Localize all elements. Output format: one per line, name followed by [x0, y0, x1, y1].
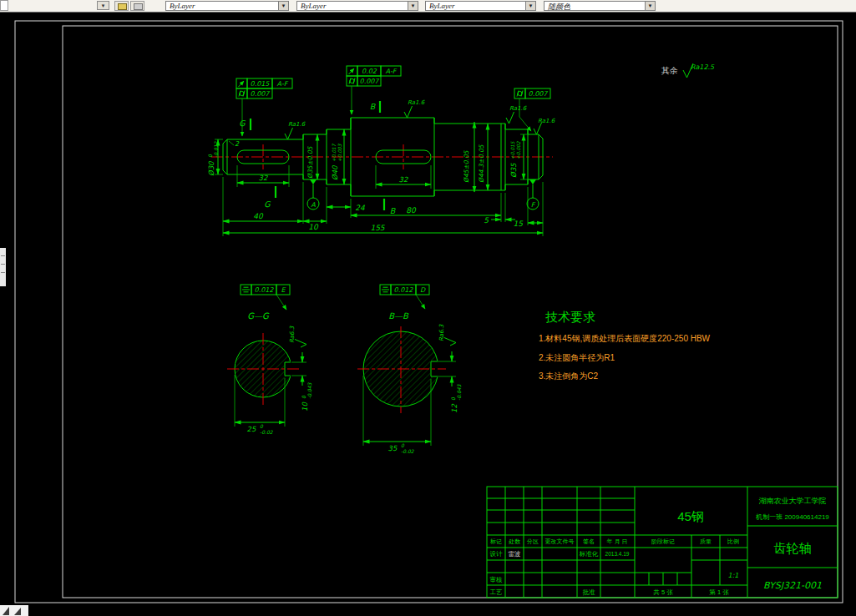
svg-text:+0.015: +0.015: [510, 141, 515, 159]
dim-length-40: 40: [253, 212, 264, 220]
col-mark: 标记: [489, 538, 502, 545]
sheet-total: 共 5 张: [653, 588, 673, 596]
roughness-value: Ra12.5: [691, 63, 715, 71]
part-name: 齿轮轴: [774, 541, 812, 555]
svg-text:-0.043: -0.043: [306, 381, 312, 399]
row-check: 审核: [490, 576, 504, 583]
svg-text:Ø45±0.05: Ø45±0.05: [463, 149, 470, 183]
svg-text:12: 12: [450, 404, 458, 413]
col-sign: 签名: [583, 538, 595, 545]
roughness-mark: Ra1.6: [506, 105, 527, 124]
designer-name: 雷波: [509, 550, 521, 558]
svg-text:+0.002: +0.002: [516, 141, 521, 159]
school-name: 湖南农业大学工学院: [759, 497, 827, 505]
svg-text:A: A: [311, 201, 316, 209]
cylindricity-icon: [239, 91, 245, 97]
row-design: 设计: [490, 550, 504, 558]
section-view-bb: 0.012 D B—B 35 0 -0.02: [357, 285, 462, 454]
dim-length-15: 15: [514, 220, 524, 228]
svg-text:0: 0: [450, 396, 456, 401]
symmetry-icon: [242, 287, 250, 292]
svg-text:-0.043: -0.043: [456, 383, 462, 401]
autocad-window: ▼ ByLayer ▼ ByLayer ▼ ByLayer ▼ 随颜色 ▼: [0, 0, 856, 616]
svg-text:Ø35±0.05: Ø35±0.05: [306, 145, 314, 179]
svg-text:-0.012: -0.012: [213, 140, 219, 158]
svg-text:Ra1.6: Ra1.6: [509, 105, 527, 112]
svg-text:E: E: [281, 286, 286, 294]
svg-text:0.007: 0.007: [251, 90, 271, 98]
dim-length-5: 5: [484, 216, 489, 225]
dim-keyway1-length: 32: [259, 174, 268, 182]
roughness-mark: Ra6.3: [289, 326, 306, 347]
tech-requirements: 技术要求 1.材料45钢,调质处理后表面硬度220-250 HBW 2.未注圆角…: [539, 310, 711, 381]
row-standardization: 标准化: [579, 550, 599, 558]
roughness-mark: Ra1.6: [404, 99, 425, 118]
dim-diameter-30: Ø30 0 -0.012: [207, 140, 219, 176]
dim-length-80: 80: [406, 206, 417, 215]
stage-mark-label: 阶段标记: [651, 538, 675, 545]
section-title-bb: B—B: [388, 311, 409, 321]
col-doc: 更改文件号: [545, 538, 575, 545]
other-surfaces-label: 其余: [661, 66, 678, 75]
datum-a: A: [307, 179, 319, 210]
row-process: 工艺: [490, 588, 504, 596]
dim-diameter-35-end: Ø35 +0.015 +0.002: [509, 141, 521, 178]
datum-f: F: [527, 179, 539, 210]
shaft-main-view: 2 Ø30 0 -0.012 Ø35±0.05 Ø40 +0.017 +0.00…: [207, 66, 555, 236]
roughness-mark: Ra1.6: [534, 118, 555, 134]
tech-requirement-item: 1.材料45钢,调质处理后表面硬度220-250 HBW: [539, 334, 711, 343]
general-roughness-note: 其余 Ra12.5: [661, 63, 715, 78]
svg-text:Ra1.6: Ra1.6: [288, 121, 306, 128]
sheet-frame: [15, 21, 843, 603]
svg-text:Ra1.6: Ra1.6: [408, 99, 425, 106]
dim-diameter-35-seal: Ø35±0.05: [306, 145, 314, 179]
dim-diameter-44: Ø44.3±0.05: [478, 144, 485, 183]
chamfer-label: 2: [235, 140, 240, 148]
col-date: 年 月 日: [607, 538, 628, 545]
tech-requirement-item: 2.未注圆角半径为R1: [539, 353, 615, 362]
svg-text:10: 10: [301, 401, 309, 412]
svg-text:+0.003: +0.003: [337, 143, 342, 162]
dim-gg-width: 25 0 -0.02: [247, 423, 274, 435]
dim-diameter-45: Ø45±0.05: [463, 149, 470, 183]
drawing-number: BYSJ321-001: [763, 580, 822, 591]
title-block: 45钢 湖南农业大学工学院 机制一班 200940614219 齿轮轴 BYSJ…: [487, 487, 838, 598]
svg-text:0.007: 0.007: [529, 90, 549, 98]
dim-gg-keyway: 10 0 -0.043: [301, 381, 312, 412]
design-date: 2013.4.19: [605, 551, 630, 557]
svg-text:0.015: 0.015: [251, 80, 271, 88]
circular-runout-icon: [239, 81, 245, 87]
section-letter-b: B: [370, 102, 377, 111]
svg-text:0: 0: [260, 423, 264, 429]
dim-bb-width: 35 0 -0.02: [388, 442, 415, 454]
svg-text:0.012: 0.012: [255, 286, 275, 294]
scale-label: 比例: [727, 538, 739, 545]
svg-text:0.02: 0.02: [362, 68, 377, 75]
svg-text:F: F: [531, 201, 536, 209]
svg-text:Ø35: Ø35: [509, 163, 518, 178]
svg-text:Ra6.3: Ra6.3: [289, 326, 296, 343]
svg-text:Ra1.6: Ra1.6: [538, 118, 555, 124]
svg-text:Ø44.3±0.05: Ø44.3±0.05: [478, 144, 485, 183]
svg-text:Ra6.3: Ra6.3: [438, 324, 445, 341]
gdt-frame-symmetry-gg: 0.012 E: [241, 285, 290, 310]
svg-text:A-F: A-F: [277, 80, 289, 88]
svg-text:0.007: 0.007: [360, 78, 380, 85]
symmetry-icon: [382, 287, 389, 292]
dim-diameter-40: Ø40 +0.017 +0.003: [331, 143, 342, 180]
svg-text:0: 0: [401, 442, 405, 448]
svg-text:0: 0: [207, 154, 213, 158]
scale-value: 1:1: [728, 572, 739, 579]
section-view-gg: 0.012 E G—G 25 0 -0.02: [227, 285, 312, 435]
cylindricity-icon: [517, 91, 523, 97]
col-zone: 分区: [526, 538, 539, 544]
dim-keyway2-length: 32: [399, 175, 408, 184]
svg-text:Ø40: Ø40: [331, 164, 339, 180]
section-letter-b: B: [390, 206, 397, 215]
circular-runout-icon: [349, 68, 355, 74]
svg-text:D: D: [420, 286, 426, 294]
class-id: 机制一班 200940614219: [755, 513, 829, 521]
section-letter-g: G: [264, 199, 271, 209]
dim-bb-keyway: 12 0 -0.043: [450, 383, 462, 413]
svg-text:-0.02: -0.02: [401, 448, 415, 454]
